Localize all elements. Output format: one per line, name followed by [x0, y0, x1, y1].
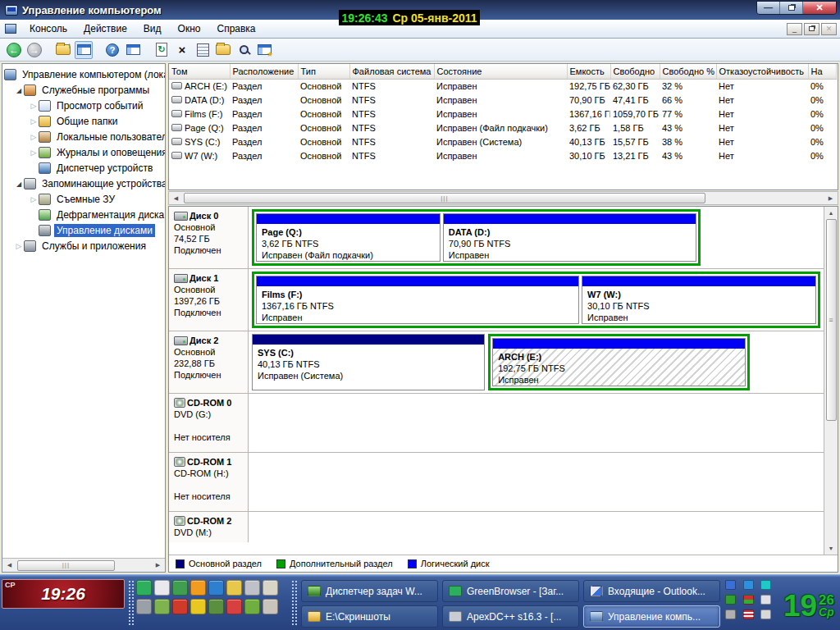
properties-icon[interactable]	[194, 41, 212, 59]
mail-icon[interactable]	[154, 580, 170, 596]
taskbar-button-apexdc[interactable]: ApexDC++ s16.3 - [...	[442, 605, 579, 628]
taskband-handle[interactable]	[291, 580, 297, 625]
back-icon[interactable]: ←	[5, 41, 23, 59]
scroll-right-icon[interactable]: ▶	[824, 192, 838, 204]
network-icon[interactable]	[725, 580, 736, 590]
disk-1-header[interactable]: Диск 1 Основной1397,26 ГБПодключен	[169, 269, 249, 331]
up-folder-icon[interactable]: ↑	[54, 41, 72, 59]
greenbrowser-icon[interactable]	[136, 580, 152, 596]
volume-list-horizontal-scrollbar[interactable]: ◀ ▶	[168, 191, 838, 205]
scrollbar-thumb[interactable]	[826, 219, 837, 421]
delete-icon[interactable]: ×	[173, 41, 191, 59]
new-console-window-icon[interactable]: ★	[255, 41, 273, 59]
scrollbar-thumb[interactable]	[17, 560, 115, 571]
mdi-minimize-button[interactable]: _	[787, 23, 802, 35]
volume-icon[interactable]	[760, 609, 771, 619]
col-filesystem[interactable]: Файловая система	[349, 64, 434, 79]
scrollbar-thumb[interactable]	[184, 193, 705, 203]
collapsed-arrow-icon[interactable]	[29, 133, 39, 141]
taskbar-button-greenbrowser[interactable]: GreenBrowser - [Заг...	[442, 580, 579, 602]
disk-0-header[interactable]: Диск 0 Основной74,52 ГБПодключен	[169, 207, 249, 268]
medic-icon[interactable]	[226, 599, 242, 614]
start-clock-button[interactable]: СР 19:26	[2, 579, 125, 609]
tree-item-local-users[interactable]: Локальные пользователи и	[2, 129, 165, 144]
collapsed-arrow-icon[interactable]	[29, 102, 39, 110]
col-volume[interactable]: Том	[169, 64, 230, 79]
opera-icon[interactable]	[172, 599, 188, 614]
mdi-close-button[interactable]: ✕	[821, 23, 837, 35]
messenger-icon[interactable]	[190, 599, 206, 614]
partition-page-q[interactable]: Page (Q:)3,62 ГБ NTFSИсправен (Файл подк…	[256, 213, 441, 262]
help-icon[interactable]: ?	[103, 41, 121, 59]
display-icon[interactable]	[208, 580, 224, 596]
show-hide-window-icon[interactable]	[124, 41, 142, 59]
disk-2-header[interactable]: Диск 2 Основной232,88 ГБПодключен	[169, 331, 249, 393]
send-icon[interactable]	[262, 580, 278, 596]
cdrom-1-header[interactable]: CD-ROM 1 CD-ROM (H:) Нет носителя	[169, 453, 249, 511]
partition-w7-w[interactable]: W7 (W:)30,10 ГБ NTFSИсправен	[582, 276, 816, 324]
tree-horizontal-scrollbar[interactable]: ◀ ▶	[2, 558, 165, 572]
taskbar-button-task-manager[interactable]: Диспетчер задач W...	[301, 580, 438, 602]
col-overhead[interactable]: На	[808, 64, 836, 79]
partition-films-f[interactable]: Films (F:)1367,16 ГБ NTFSИсправен	[256, 276, 579, 324]
col-status[interactable]: Состояние	[434, 64, 567, 79]
tree-item-services[interactable]: Службы и приложения	[2, 238, 165, 253]
table-row[interactable]: W7 (W:) РазделОсновнойNTFSИсправен 30,10…	[169, 148, 836, 162]
mdi-restore-button[interactable]	[804, 23, 819, 35]
forward-icon[interactable]: →	[25, 41, 43, 59]
help-tray-icon[interactable]	[743, 580, 754, 590]
table-row[interactable]: DATA (D:) РазделОсновнойNTFSИсправен 70,…	[169, 93, 836, 107]
minimize-button[interactable]: —	[757, 2, 780, 14]
col-free[interactable]: Свободно	[610, 64, 660, 79]
globe-icon[interactable]	[244, 599, 260, 614]
flag-icon[interactable]	[743, 609, 754, 619]
list-icon[interactable]	[725, 609, 736, 619]
traffic-light-icon[interactable]	[743, 595, 754, 605]
disk-view-vertical-scrollbar[interactable]: ▲ ▼	[824, 207, 838, 555]
rocket-icon[interactable]	[760, 595, 771, 605]
codec-icon[interactable]	[154, 599, 170, 614]
expanded-arrow-icon[interactable]	[14, 180, 24, 188]
menu-action[interactable]: Действие	[75, 21, 135, 37]
daemon-tools-icon[interactable]	[190, 580, 206, 596]
tree-item-shared-folders[interactable]: Общие папки	[2, 113, 165, 129]
col-free-pct[interactable]: Свободно %	[660, 64, 716, 79]
collapsed-arrow-icon[interactable]	[29, 117, 39, 126]
grid-icon[interactable]	[760, 580, 771, 590]
tree-item-system-tools[interactable]: Служебные программы	[2, 82, 165, 98]
col-fault-tolerance[interactable]: Отказоустойчивость	[716, 64, 808, 79]
taskbar-button-computer-management[interactable]: Управление компь...	[583, 605, 720, 628]
menu-console[interactable]: Консоль	[21, 21, 75, 37]
refresh-icon[interactable]: ↻	[153, 41, 171, 59]
tree-item-disk-management[interactable]: Управление дисками	[2, 222, 165, 238]
scroll-right-icon[interactable]: ▶	[151, 559, 165, 572]
table-row[interactable]: ARCH (E:) РазделОсновнойNTFSИсправен 192…	[169, 79, 836, 93]
tree-item-storage[interactable]: Запоминающие устройства	[2, 176, 165, 191]
cdrom-0-header[interactable]: CD-ROM 0 DVD (G:) Нет носителя	[169, 394, 249, 452]
menu-view[interactable]: Вид	[135, 21, 170, 37]
partition-data-d[interactable]: DATA (D:)70,90 ГБ NTFSИсправен	[443, 213, 697, 262]
taskbar-button-outlook[interactable]: Входящие - Outlook...	[583, 580, 720, 602]
tree-item-removable-storage[interactable]: Съемные ЗУ	[2, 191, 165, 207]
col-type[interactable]: Тип	[298, 64, 349, 79]
lightning-icon[interactable]	[244, 580, 260, 596]
tree-item-disk-defragmenter[interactable]: Дефрагментация диска	[2, 207, 165, 222]
folder-error-icon[interactable]	[226, 580, 242, 596]
scroll-left-icon[interactable]: ◀	[169, 192, 183, 204]
wrench-icon[interactable]	[208, 599, 224, 614]
cdrom-2-header[interactable]: CD-ROM 2 DVD (M:)	[169, 512, 249, 542]
open-folder-icon[interactable]	[214, 41, 232, 59]
expanded-arrow-icon[interactable]	[14, 86, 24, 94]
quicklaunch-handle[interactable]	[128, 580, 134, 625]
tray-clock[interactable]: 19 26 Ср	[778, 575, 840, 630]
partition-sys-c[interactable]: SYS (C:)40,13 ГБ NTFSИсправен (Система)	[252, 334, 485, 390]
collapsed-arrow-icon[interactable]	[29, 195, 39, 203]
search-icon[interactable]	[235, 41, 253, 59]
scroll-left-icon[interactable]: ◀	[2, 559, 16, 572]
tree-item-performance-logs[interactable]: Журналы и оповещения пр	[2, 144, 165, 160]
taskbar-button-screenshots-folder[interactable]: E:\Скриншоты	[301, 605, 438, 628]
tree-item-device-manager[interactable]: Диспетчер устройств	[2, 160, 165, 176]
partition-arch-e-selected[interactable]: ARCH (E:)192,75 ГБ NTFSИсправен	[492, 338, 746, 386]
collapsed-arrow-icon[interactable]	[29, 148, 39, 157]
col-layout[interactable]: Расположение	[230, 64, 298, 79]
